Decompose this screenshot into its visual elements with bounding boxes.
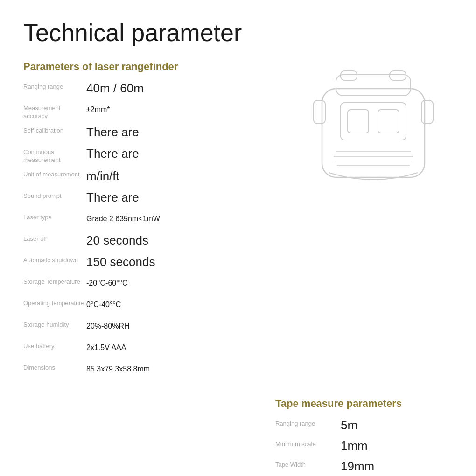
tape-param-value: 19mm <box>341 459 374 474</box>
laser-param-row: Laser typeGrade 2 635nm<1mW <box>23 212 285 229</box>
laser-param-label: Sound prompt <box>23 190 86 200</box>
laser-param-label: Use battery <box>23 341 86 350</box>
laser-param-row: Use battery2x1.5V AAA <box>23 341 285 357</box>
tape-param-label: Ranging range <box>275 418 341 428</box>
tape-param-row: Minimum scale1mm <box>275 439 453 454</box>
laser-params-bottom <box>23 393 257 476</box>
laser-param-value: m/in/ft <box>86 169 119 183</box>
laser-param-value: There are <box>86 147 139 161</box>
tape-params-container: Ranging range5mMinimum scale1mmTape Widt… <box>275 418 453 476</box>
page-title: Technical parameter <box>23 19 453 47</box>
laser-param-label: Dimensions <box>23 362 86 372</box>
laser-param-row: Continuous measurementThere are <box>23 147 285 164</box>
laser-param-row: Ranging range40m / 60m <box>23 81 285 98</box>
laser-section-title: Parameters of laser rangefinder <box>23 61 285 73</box>
laser-param-value: ±2mm* <box>86 103 110 114</box>
laser-param-value: There are <box>86 125 139 140</box>
svg-rect-12 <box>421 100 433 124</box>
laser-param-value: 20%-80%RH <box>86 319 129 330</box>
laser-param-label: Self-calibration <box>23 125 86 135</box>
laser-param-row: Measurement accuracy±2mm* <box>23 103 285 120</box>
laser-param-value: -20°C-60°°C <box>86 276 128 287</box>
laser-param-row: Automatic shutdown150 seconds <box>23 255 285 272</box>
svg-rect-0 <box>322 89 425 177</box>
laser-params-container: Ranging range40m / 60mMeasurement accura… <box>23 81 285 379</box>
laser-param-row: Unit of measurementm/in/ft <box>23 169 285 186</box>
svg-rect-5 <box>348 110 369 133</box>
laser-param-label: Measurement accuracy <box>23 103 86 120</box>
laser-param-value: Grade 2 635nm<1mW <box>86 212 160 223</box>
svg-rect-6 <box>378 110 399 133</box>
laser-param-value: 85.3x79.3x58.8mm <box>86 362 150 373</box>
laser-param-value: 0°C-40°°C <box>86 298 121 309</box>
laser-param-value: 20 seconds <box>86 233 148 248</box>
laser-param-label: Operating temperature <box>23 298 86 308</box>
tape-section-title: Tape measure parameters <box>275 398 453 410</box>
laser-param-value: 2x1.5V AAA <box>86 341 126 352</box>
laser-param-label: Unit of measurement <box>23 169 86 179</box>
svg-rect-11 <box>314 100 325 124</box>
device-illustration <box>303 61 443 201</box>
laser-param-row: Self-calibrationThere are <box>23 125 285 142</box>
laser-param-row: Operating temperature0°C-40°°C <box>23 298 285 315</box>
laser-param-value: 150 seconds <box>86 255 155 269</box>
laser-param-label: Storage humidity <box>23 319 86 329</box>
laser-param-label: Continuous measurement <box>23 147 86 164</box>
laser-param-label: Automatic shutdown <box>23 255 86 265</box>
tape-param-label: Tape Width <box>275 459 341 469</box>
laser-param-row: Sound promptThere are <box>23 190 285 207</box>
laser-param-label: Storage Temperature <box>23 276 86 286</box>
svg-rect-3 <box>390 71 406 80</box>
svg-rect-4 <box>341 103 406 140</box>
tape-param-row: Ranging range5m <box>275 418 453 433</box>
laser-param-label: Ranging range <box>23 81 86 91</box>
tape-param-label: Minimum scale <box>275 439 341 448</box>
laser-param-row: Laser off20 seconds <box>23 233 285 250</box>
tape-param-row: Tape Width19mm <box>275 459 453 474</box>
tape-param-value: 5m <box>341 418 357 433</box>
laser-param-row: Storage Temperature-20°C-60°°C <box>23 276 285 293</box>
laser-param-value: 40m / 60m <box>86 81 144 96</box>
svg-rect-1 <box>336 75 411 96</box>
laser-param-label: Laser off <box>23 233 86 243</box>
laser-param-label: Laser type <box>23 212 86 222</box>
svg-rect-2 <box>341 71 357 80</box>
laser-param-row: Dimensions85.3x79.3x58.8mm <box>23 362 285 379</box>
laser-param-row: Storage humidity20%-80%RH <box>23 319 285 336</box>
laser-param-value: There are <box>86 190 139 205</box>
tape-param-value: 1mm <box>341 439 368 453</box>
